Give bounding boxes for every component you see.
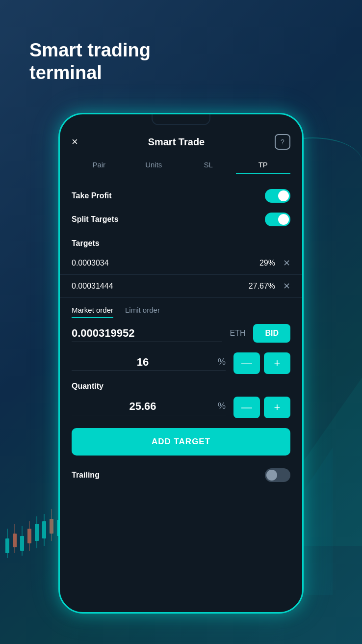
svg-rect-11 — [42, 521, 46, 538]
percent-steppers: — + — [233, 352, 290, 374]
target-delete-2[interactable]: ✕ — [283, 281, 290, 292]
phone-frame: × Smart Trade ? Pair Units SL TP Take Pr… — [58, 113, 304, 614]
quantity-symbol: % — [218, 401, 226, 411]
svg-rect-9 — [35, 524, 39, 541]
take-profit-row: Take Profit — [60, 184, 302, 208]
bid-button[interactable]: BID — [253, 324, 290, 343]
app-title: Smart Trade — [148, 136, 205, 148]
price-input[interactable] — [72, 325, 222, 342]
tab-sl[interactable]: SL — [181, 156, 236, 174]
percent-minus-button[interactable]: — — [233, 352, 260, 374]
target-value-1: 0.0003034 — [72, 259, 233, 268]
percent-symbol: % — [218, 357, 226, 367]
limit-order-tab[interactable]: Limit order — [125, 306, 160, 318]
tab-tp[interactable]: TP — [236, 156, 291, 174]
take-profit-toggle[interactable] — [265, 189, 290, 203]
percent-input-wrap: 16 % — [72, 356, 226, 371]
phone-notch — [152, 113, 210, 125]
svg-rect-5 — [20, 536, 24, 551]
price-row: ETH BID — [60, 318, 302, 349]
trailing-row: Trailing — [60, 461, 302, 489]
target-row: 0.0003034 29% ✕ — [60, 252, 302, 275]
split-targets-row: Split Targets — [60, 208, 302, 231]
currency-label: ETH — [230, 329, 245, 338]
add-target-button[interactable]: ADD TARGET — [72, 428, 290, 456]
trailing-label: Trailing — [72, 471, 100, 480]
trailing-toggle[interactable] — [265, 468, 290, 482]
quantity-row: 25.66 % — + — [60, 393, 302, 422]
quantity-value: 25.66 — [72, 400, 214, 413]
svg-rect-3 — [13, 534, 17, 547]
target-delete-1[interactable]: ✕ — [283, 258, 290, 268]
quantity-plus-button[interactable]: + — [264, 397, 290, 418]
percent-row: 16 % — + — [60, 349, 302, 378]
targets-section-title: Targets — [60, 231, 302, 252]
quantity-minus-button[interactable]: — — [233, 397, 260, 418]
quantity-label: Quantity — [60, 378, 302, 393]
target-row: 0.00031444 27.67% ✕ — [60, 275, 302, 298]
hero-title: Smart trading terminal — [29, 39, 151, 84]
market-order-tab[interactable]: Market order — [72, 306, 113, 318]
take-profit-label: Take Profit — [72, 191, 112, 200]
target-percent-2: 27.67% — [241, 282, 275, 291]
price-input-wrap — [72, 325, 222, 342]
help-button[interactable]: ? — [275, 134, 290, 150]
target-percent-1: 29% — [241, 259, 275, 268]
app-header: × Smart Trade ? — [60, 126, 302, 156]
close-button[interactable]: × — [72, 135, 78, 148]
tab-units[interactable]: Units — [127, 156, 181, 174]
order-type-tabs: Market order Limit order — [60, 298, 302, 318]
main-tabs: Pair Units SL TP — [60, 156, 302, 174]
split-targets-toggle[interactable] — [265, 213, 290, 226]
target-value-2: 0.00031444 — [72, 282, 233, 291]
percent-value: 16 — [72, 356, 214, 369]
svg-rect-1 — [5, 538, 9, 553]
svg-rect-7 — [27, 529, 31, 543]
split-targets-label: Split Targets — [72, 215, 119, 224]
percent-plus-button[interactable]: + — [264, 352, 290, 374]
quantity-input-wrap: 25.66 % — [72, 400, 226, 415]
tab-pair[interactable]: Pair — [72, 156, 127, 174]
quantity-steppers: — + — [233, 397, 290, 418]
svg-rect-13 — [50, 519, 53, 534]
